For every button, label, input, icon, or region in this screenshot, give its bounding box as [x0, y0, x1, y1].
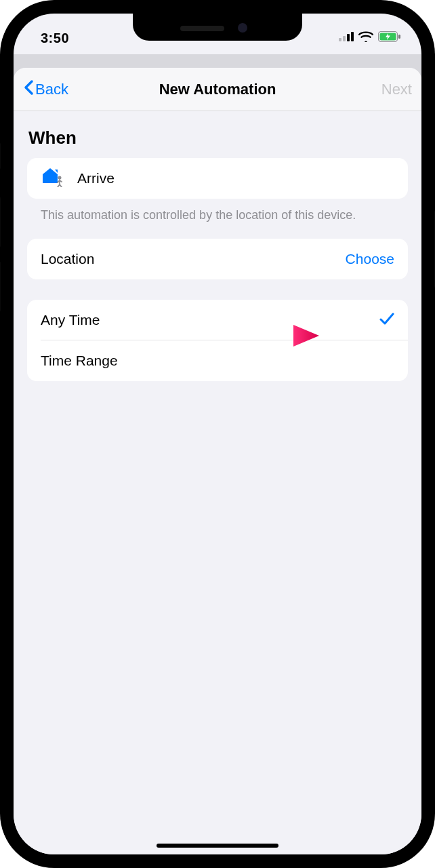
nav-bar: Back New Automation Next [14, 68, 421, 111]
svg-point-7 [58, 176, 62, 179]
time-range-row[interactable]: Time Range [27, 340, 408, 381]
time-options-card: Any Time Time Range [27, 300, 408, 381]
svg-rect-3 [351, 32, 354, 41]
location-label: Location [41, 251, 346, 267]
cellular-icon [339, 32, 354, 44]
arrive-label: Arrive [77, 170, 115, 186]
arrive-row[interactable]: Arrive [27, 158, 408, 199]
arrive-card: Arrive [27, 158, 408, 199]
choose-location-button[interactable]: Choose [346, 251, 394, 267]
checkmark-icon [379, 312, 394, 329]
wifi-icon [358, 31, 373, 45]
volume-up-button [0, 197, 1, 248]
modal-sheet: Back New Automation Next When [14, 68, 421, 854]
time-range-label: Time Range [41, 353, 394, 369]
battery-charging-icon [378, 31, 401, 45]
screen: 3:50 [14, 14, 421, 854]
section-title-when: When [28, 127, 407, 149]
any-time-row[interactable]: Any Time [27, 300, 408, 340]
next-button: Next [381, 81, 412, 98]
svg-rect-6 [398, 35, 400, 39]
back-label: Back [35, 81, 68, 98]
status-time: 3:50 [41, 31, 69, 46]
any-time-label: Any Time [41, 312, 379, 328]
nav-title: New Automation [159, 81, 276, 98]
status-right [339, 31, 401, 45]
svg-rect-0 [339, 38, 341, 41]
content: When Arrive [14, 127, 421, 381]
back-button[interactable]: Back [23, 79, 68, 100]
notch [133, 14, 302, 41]
svg-rect-2 [347, 34, 350, 41]
home-indicator[interactable] [157, 844, 278, 848]
location-card: Location Choose [27, 239, 408, 279]
silent-switch [0, 142, 1, 170]
chevron-left-icon [23, 79, 34, 100]
volume-down-button [0, 261, 1, 312]
svg-rect-1 [343, 36, 346, 41]
location-row[interactable]: Location Choose [27, 239, 408, 279]
phone-frame: 3:50 [0, 0, 435, 868]
arrive-footnote: This automation is controlled by the loc… [41, 207, 394, 224]
arrive-home-icon [41, 167, 65, 191]
